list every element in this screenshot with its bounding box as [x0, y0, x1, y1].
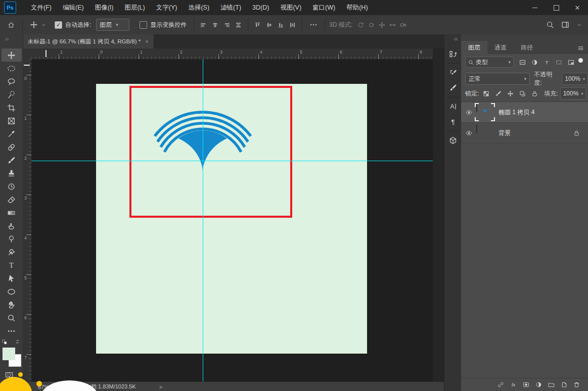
move-tool-icon[interactable] [30, 21, 38, 29]
opacity-input[interactable]: 100% ▾ [562, 73, 588, 85]
align-top-icon[interactable] [254, 22, 261, 28]
stamp-tool[interactable] [2, 167, 22, 180]
swap-colors-icon[interactable] [15, 339, 20, 345]
menu-文字[interactable]: 文字(Y) [151, 0, 183, 15]
zoom-tool[interactable] [2, 311, 22, 324]
history-brush-tool[interactable] [2, 180, 22, 193]
search-icon[interactable] [546, 21, 554, 29]
mask-button[interactable] [523, 381, 529, 388]
link-button[interactable] [497, 381, 504, 388]
hand-tool[interactable] [2, 298, 22, 311]
filter-toggle[interactable] [578, 58, 583, 63]
tab-图层[interactable]: 图层 [461, 41, 487, 54]
dock-panel-brush-settings[interactable] [444, 65, 462, 80]
layer-thumbnail[interactable] [476, 125, 493, 140]
lasso-tool[interactable] [2, 75, 22, 88]
adjustment-button[interactable] [535, 381, 542, 388]
layer-visibility-eye-icon[interactable] [461, 130, 476, 136]
path-select-tool[interactable] [2, 272, 22, 285]
menu-3D[interactable]: 3D(D) [247, 0, 275, 15]
filter-shape-layer-button[interactable] [554, 57, 564, 67]
layer-name[interactable]: 背景 [499, 129, 511, 137]
auto-select-checkbox[interactable]: ✓ [55, 21, 62, 29]
filter-adjustment-button[interactable] [529, 57, 540, 67]
gradient-tool[interactable] [2, 206, 22, 219]
menu-帮助[interactable]: 帮助(H) [341, 0, 373, 15]
lock-brush-button[interactable] [493, 89, 503, 98]
move-tool[interactable] [2, 48, 22, 62]
blend-mode-dropdown[interactable]: 正常 ▾ [465, 73, 530, 85]
dock-panel-character[interactable]: A [444, 99, 462, 114]
chevron-down-icon[interactable] [41, 22, 47, 28]
frame-tool[interactable] [2, 114, 22, 127]
tab-路径[interactable]: 路径 [514, 41, 540, 54]
distribute-v-icon[interactable] [289, 22, 296, 28]
status-expand-chevron[interactable]: > [159, 384, 162, 390]
shape-tool[interactable] [2, 285, 22, 298]
filter-smart-object-button[interactable] [566, 57, 576, 67]
more-dots-tool[interactable] [2, 324, 22, 337]
marquee-tool[interactable] [2, 62, 22, 75]
3d-orbit-icon[interactable] [357, 22, 364, 28]
layer-visibility-eye-icon[interactable] [461, 109, 476, 116]
canvas-viewport[interactable] [31, 59, 433, 381]
default-colors-icon[interactable] [2, 339, 8, 345]
align-bottom-icon[interactable] [278, 22, 284, 28]
eraser-tool[interactable] [2, 193, 22, 206]
distribute-h-icon[interactable] [235, 22, 242, 28]
dock-panel-brushes[interactable] [444, 80, 462, 95]
pen-tool[interactable] [2, 246, 22, 259]
layer-row-0[interactable]: 椭圆 1 拷贝 4 [461, 102, 588, 123]
menu-选择[interactable]: 选择(S) [183, 0, 215, 15]
dock-panel-history[interactable] [444, 46, 462, 62]
panel-menu-icon[interactable] [577, 45, 584, 52]
3d-camera-icon[interactable] [400, 22, 406, 28]
align-right-icon[interactable] [223, 22, 230, 28]
filter-type-layer-button[interactable]: T [541, 57, 552, 67]
crop-tool[interactable] [2, 101, 22, 114]
chevron-down-icon[interactable] [576, 22, 582, 28]
brush-tool[interactable] [2, 154, 22, 167]
horizontal-ruler[interactable]: 1012345678 [31, 48, 433, 60]
align-center-v-icon[interactable] [266, 22, 273, 28]
fx-button[interactable]: fx [510, 381, 517, 388]
maximize-button[interactable] [546, 0, 567, 15]
foreground-color-swatch[interactable] [3, 348, 15, 360]
lock-checker-button[interactable] [481, 89, 490, 98]
layer-filter-dropdown[interactable]: 类型 ▾ [465, 57, 514, 68]
toolbar-collapse-icon[interactable] [4, 36, 10, 42]
fill-input[interactable]: 100% ▾ [560, 87, 586, 100]
show-transform-checkbox[interactable] [140, 21, 147, 29]
align-left-icon[interactable] [200, 22, 207, 28]
menu-视图[interactable]: 视图(V) [275, 0, 307, 15]
dock-panel-cube3d[interactable] [444, 133, 462, 148]
align-center-h-icon[interactable] [212, 22, 218, 28]
layer-name[interactable]: 椭圆 1 拷贝 4 [499, 108, 534, 117]
menu-图层[interactable]: 图层(L) [119, 0, 150, 15]
vertical-ruler[interactable]: 01234567 [23, 59, 32, 381]
smudge-tool[interactable] [2, 219, 22, 232]
dodge-tool[interactable] [2, 232, 22, 246]
vertical-guide[interactable] [203, 59, 203, 381]
menu-文件[interactable]: 文件(F) [25, 0, 57, 15]
more-options-icon[interactable] [309, 21, 318, 29]
auto-select-target-dropdown[interactable]: 图层 ▾ [96, 19, 129, 31]
menu-窗口[interactable]: 窗口(W) [307, 0, 341, 15]
type-tool[interactable]: T [2, 259, 22, 272]
layer-thumbnail[interactable] [476, 105, 493, 120]
3d-roll-icon[interactable] [368, 22, 375, 28]
filter-pixel-layer-button[interactable] [517, 57, 528, 67]
menu-编辑[interactable]: 编辑(E) [57, 0, 89, 15]
tab-close-icon[interactable]: × [145, 38, 148, 44]
home-icon[interactable] [7, 21, 15, 29]
minimize-button[interactable] [524, 0, 546, 15]
lock-move-button[interactable] [506, 89, 515, 98]
lock-lock-button[interactable] [530, 89, 539, 98]
lock-artboard-button[interactable] [518, 89, 527, 98]
menu-图像[interactable]: 图像(I) [89, 0, 119, 15]
dock-collapse-icon[interactable] [453, 36, 459, 42]
menu-滤镜[interactable]: 滤镜(T) [215, 0, 247, 15]
healing-tool[interactable] [2, 140, 22, 154]
document-tab[interactable]: 未标题-1 @ 66.7% (椭圆 1 拷贝 4, RGB/8) * × [23, 34, 154, 48]
folder-button[interactable] [548, 381, 555, 388]
